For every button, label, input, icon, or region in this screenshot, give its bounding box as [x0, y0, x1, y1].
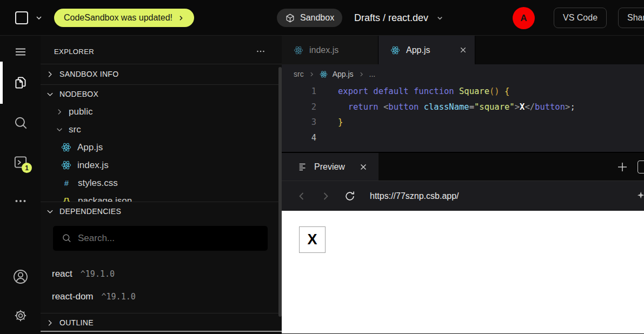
code-token: > — [515, 102, 520, 112]
files-icon — [12, 75, 29, 91]
code-line: } — [338, 115, 575, 130]
preview-tab-bar: Preview — [282, 153, 644, 181]
forward-button[interactable] — [320, 191, 331, 202]
editor-column: index.js App.js src App.js — [282, 36, 644, 333]
tree-item-src[interactable]: src — [41, 121, 282, 138]
sidebar-item-search[interactable] — [0, 111, 41, 135]
add-devtool-button[interactable] — [616, 161, 629, 173]
person-icon — [12, 268, 29, 285]
code-token: > — [565, 102, 570, 112]
sidebar-item-explorer[interactable] — [0, 71, 41, 95]
account-button[interactable] — [0, 265, 41, 289]
line-number: 4 — [282, 130, 316, 146]
more-tools-button[interactable] — [0, 189, 41, 213]
react-icon — [390, 45, 400, 55]
tree-item-label: index.js — [77, 160, 109, 171]
section-dependencies[interactable]: DEPENDENCIES — [41, 203, 282, 220]
terminal-count-badge: 1 — [22, 163, 32, 173]
preview-frame: X — [282, 211, 644, 333]
dependency-search-input[interactable] — [53, 226, 268, 251]
sidebar-resize-handle[interactable] — [41, 331, 282, 332]
line-number: 1 — [282, 84, 316, 99]
chevron-down-icon — [46, 208, 54, 216]
tree-item-app-js[interactable]: App.js — [41, 138, 282, 156]
workspace-logo-group[interactable] — [15, 0, 43, 36]
preview-tab-label: Preview — [314, 162, 345, 172]
line-numbers: 1234 — [282, 84, 316, 145]
explorer-more-icon[interactable] — [255, 45, 267, 57]
code-token — [338, 102, 348, 112]
react-icon — [320, 70, 328, 78]
menu-button[interactable] — [0, 40, 41, 64]
section-label: NODEBOX — [59, 90, 98, 98]
layout-icon[interactable] — [638, 161, 644, 173]
close-tab-icon[interactable] — [459, 46, 467, 54]
code-token: return — [348, 102, 383, 112]
avatar[interactable]: A — [513, 7, 535, 29]
code-token: ; — [570, 102, 575, 112]
dependency-version: ^19.1.0 — [81, 269, 115, 279]
section-outline[interactable]: OUTLINE — [41, 314, 282, 331]
line-number: 2 — [282, 99, 316, 115]
rendered-square-button[interactable]: X — [299, 226, 326, 253]
chevron-right-icon — [46, 70, 54, 78]
back-button[interactable] — [296, 191, 307, 202]
sidebar-item-terminal[interactable]: 1 — [0, 150, 41, 174]
update-banner-button[interactable]: CodeSandbox was updated! — [54, 9, 194, 27]
sandbox-type-badge[interactable]: Sandbox — [277, 9, 342, 27]
settings-button[interactable] — [0, 304, 41, 328]
react-icon — [61, 160, 71, 170]
react-icon — [61, 142, 71, 152]
sandbox-badge-label: Sandbox — [300, 13, 334, 23]
code-editor[interactable]: src App.js ... 1234 export default funct… — [282, 64, 644, 152]
explorer-title: EXPLORER — [54, 48, 94, 56]
divider — [41, 64, 282, 64]
codesandbox-logo-icon — [15, 11, 28, 24]
sparkle-ai-icon[interactable] — [636, 190, 644, 202]
refresh-button[interactable] — [344, 190, 356, 202]
section-nodebox[interactable]: NODEBOX — [41, 85, 282, 103]
code-token: () — [489, 86, 500, 96]
tree-item-styles-css[interactable]: # styles.css — [41, 174, 282, 192]
section-sandbox-info[interactable]: SANDBOX INFO — [41, 65, 282, 83]
share-button[interactable]: Share — [618, 8, 644, 28]
dependency-row-react[interactable]: react ^19.1.0 — [52, 265, 115, 283]
tree-item-index-js[interactable]: index.js — [41, 156, 282, 174]
chevron-right-icon — [309, 71, 315, 77]
react-icon — [294, 45, 303, 55]
section-label: SANDBOX INFO — [59, 70, 118, 78]
chevron-right-icon — [358, 71, 364, 77]
explorer-sidebar: EXPLORER SANDBOX INFO NODEBOX public src — [41, 36, 282, 333]
tree-item-public[interactable]: public — [41, 103, 282, 121]
project-breadcrumb[interactable]: Drafts / react.dev — [354, 0, 444, 36]
vs-code-button[interactable]: VS Code — [554, 8, 607, 28]
editor-breadcrumb[interactable]: src App.js ... — [282, 64, 644, 84]
chevron-down-icon — [35, 14, 43, 22]
dependency-row-react-dom[interactable]: react-dom ^19.1.0 — [52, 288, 136, 306]
avatar-letter: A — [520, 13, 527, 24]
tab-preview[interactable]: Preview — [282, 153, 379, 181]
tree-item-label: styles.css — [78, 178, 118, 189]
editor-tab-bar: index.js App.js — [282, 36, 644, 64]
preview-url[interactable]: https://77sznp.csb.app/ — [370, 191, 459, 201]
breadcrumb-more: ... — [369, 70, 376, 78]
code-token — [419, 102, 423, 112]
divider — [41, 313, 282, 313]
code-line: export default function Square() { — [338, 84, 575, 99]
code-area[interactable]: 1234 export default function Square() { … — [282, 84, 644, 145]
file-tree: public src App.js index.js # styles.c — [41, 103, 282, 202]
tree-item-label: package.json — [78, 196, 132, 202]
code-token: } — [338, 117, 343, 127]
code-token — [500, 86, 504, 96]
explorer-header: EXPLORER — [41, 42, 282, 61]
dependency-name: react-dom — [52, 291, 94, 302]
close-preview-icon[interactable] — [359, 163, 368, 171]
hamburger-icon — [14, 45, 27, 58]
code-lines: export default function Square() { retur… — [316, 84, 575, 145]
code-token: { — [504, 86, 509, 96]
tree-item-package-json[interactable]: {} package.json — [41, 192, 282, 202]
tab-index-js[interactable]: index.js — [282, 36, 379, 64]
code-token: < — [383, 102, 388, 112]
tab-app-js[interactable]: App.js — [379, 36, 475, 64]
chevron-down-icon — [46, 90, 54, 98]
